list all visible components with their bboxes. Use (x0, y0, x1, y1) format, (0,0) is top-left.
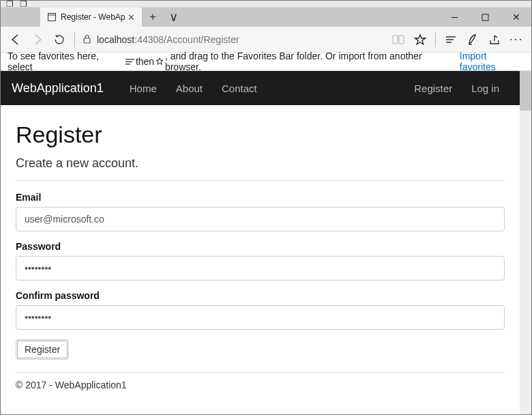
form-group-password: Password (16, 241, 505, 281)
page-viewport: WebApplication1 Home About Contact Regis… (1, 71, 531, 414)
overlapping-windows-icon: ❐ (20, 0, 27, 9)
site-navbar: WebApplication1 Home About Contact Regis… (1, 71, 520, 105)
fav-tip-text-3: , and drag to the Favorites Bar folder. … (165, 51, 457, 72)
svg-rect-4 (393, 35, 398, 44)
submit-row: Register (16, 339, 505, 360)
reading-view-icon[interactable] (387, 29, 409, 51)
window-titlebar-strip: ❐ ❐ (1, 1, 531, 8)
toolbar-separator (74, 32, 75, 47)
svg-rect-3 (84, 38, 90, 43)
close-window-button[interactable]: ✕ (501, 8, 531, 27)
svg-rect-2 (482, 14, 488, 20)
confirm-password-label: Confirm password (16, 290, 505, 301)
favorites-tip: To see favorites here, select then , and… (1, 53, 531, 71)
nav-home[interactable]: Home (130, 83, 157, 94)
page-footer: © 2017 - WebApplication1 (16, 380, 505, 390)
toolbar-separator (435, 32, 436, 47)
register-button[interactable]: Register (16, 339, 69, 360)
nav-register[interactable]: Register (414, 83, 452, 94)
form-group-email: Email (16, 192, 505, 231)
tab-controls: + ∨ (143, 8, 183, 27)
nav-login[interactable]: Log in (471, 83, 499, 94)
divider (16, 180, 505, 181)
browser-tab-title: Register - WebApplicati (61, 12, 125, 22)
hub-icon[interactable] (440, 29, 462, 51)
scrollbar-thumb[interactable] (520, 71, 531, 111)
vertical-scrollbar[interactable] (520, 71, 531, 414)
back-button[interactable] (5, 29, 27, 51)
brand-link[interactable]: WebApplication1 (12, 81, 104, 96)
nav-contact[interactable]: Contact (222, 83, 257, 94)
email-label: Email (16, 192, 505, 203)
fav-tip-text-2: then (136, 56, 154, 67)
share-icon[interactable] (484, 29, 505, 51)
page-icon (47, 12, 57, 22)
nav-about[interactable]: About (176, 83, 203, 94)
form-group-confirm: Confirm password (16, 290, 505, 330)
svg-rect-0 (48, 14, 56, 21)
refresh-button[interactable] (48, 29, 70, 51)
tab-overflow-chevron-icon[interactable]: ∨ (163, 10, 183, 25)
forward-button[interactable] (27, 29, 48, 51)
page-content: Register Create a new account. Email Pas… (1, 105, 520, 390)
footer-divider (16, 372, 505, 373)
overlapping-windows-icon: ❐ (6, 0, 14, 9)
password-label: Password (16, 241, 505, 252)
minimize-button[interactable]: – (439, 8, 470, 27)
maximize-button[interactable] (470, 8, 501, 27)
fav-tip-text-1: To see favorites here, select (8, 51, 125, 72)
more-icon[interactable]: ··· (505, 29, 527, 51)
page-subtitle: Create a new account. (16, 156, 505, 171)
new-tab-button[interactable]: + (143, 11, 163, 23)
window-controls: – ✕ (439, 8, 531, 27)
close-tab-icon[interactable]: ✕ (128, 12, 135, 23)
address-bar[interactable]: localhost:44308/Account/Register (94, 34, 387, 45)
notes-icon[interactable] (462, 29, 484, 51)
browser-tab-bar: Register - WebApplicati ✕ + ∨ – ✕ (1, 8, 531, 27)
star-glyph-icon (154, 57, 165, 66)
favorite-star-icon[interactable] (409, 29, 431, 51)
webpage-body: WebApplication1 Home About Contact Regis… (1, 71, 520, 414)
password-field[interactable] (16, 256, 505, 281)
url-host: localhost (97, 34, 134, 45)
confirm-password-field[interactable] (16, 305, 505, 330)
page-title: Register (16, 121, 505, 148)
browser-toolbar: localhost:44308/Account/Register ··· (1, 27, 531, 53)
svg-rect-5 (399, 35, 404, 44)
hub-glyph-icon (125, 58, 136, 66)
browser-tab-active[interactable]: Register - WebApplicati ✕ (40, 8, 143, 27)
import-favorites-link[interactable]: Import favorites (460, 51, 524, 72)
url-path: :44308/Account/Register (134, 34, 239, 45)
lock-icon (79, 34, 94, 44)
email-field[interactable] (16, 207, 505, 231)
